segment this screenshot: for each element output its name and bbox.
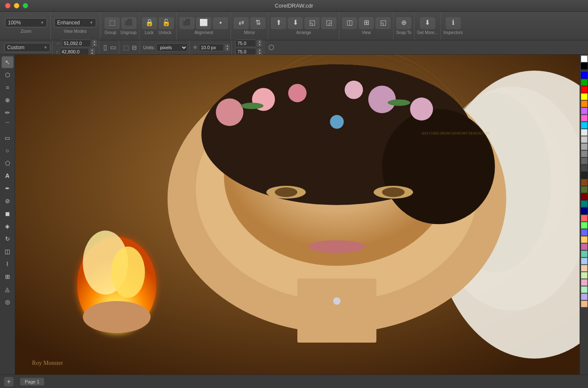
color-swatch-red[interactable] (581, 86, 588, 93)
polygon-tool-btn[interactable]: ⬠ (2, 157, 13, 169)
color-swatch-maroon[interactable] (581, 193, 588, 200)
unlock-button[interactable]: 🔓 (159, 17, 174, 29)
color-swatch-yellow[interactable] (581, 93, 588, 100)
color-swatch-teal[interactable] (581, 201, 588, 207)
color-swatch-pink[interactable] (581, 115, 588, 121)
color-swatch-peach[interactable] (581, 236, 588, 243)
color-swatch-gray1[interactable] (581, 136, 588, 143)
ungroup-button[interactable]: ⬛ (121, 17, 136, 29)
close-button[interactable] (5, 3, 10, 8)
color-swatch-purple[interactable] (581, 108, 588, 114)
page-options-btn[interactable]: ⬡ (268, 42, 275, 52)
color-swatch-cyan[interactable] (581, 122, 588, 129)
color-swatch-black[interactable] (581, 63, 588, 69)
zoom-dropdown[interactable]: 100% ▼ (5, 18, 47, 27)
transform-tool-btn[interactable]: ↻ (2, 233, 13, 245)
page-size-dropdown[interactable]: Custom ▼ (4, 43, 50, 52)
ellipse-tool-btn[interactable]: ○ (2, 145, 13, 156)
width-input[interactable] (62, 40, 91, 47)
color-swatch-rose[interactable] (581, 279, 588, 286)
view-btn-2[interactable]: ⊞ (359, 17, 374, 29)
rect-tool-btn[interactable]: ▭ (2, 132, 13, 144)
freehand-tool-btn[interactable]: ✏ (2, 107, 13, 119)
color-swatch-navy[interactable] (581, 208, 588, 214)
align-btn-1[interactable]: ⬛ (179, 17, 194, 29)
node-tool-btn[interactable]: ⬡ (2, 69, 13, 81)
color-swatch-white[interactable] (581, 55, 588, 62)
scale-y-up[interactable]: ▲ (257, 48, 262, 52)
arrange-btn-2[interactable]: ⬇ (288, 17, 303, 29)
color-swatch-apricot[interactable] (581, 301, 588, 307)
mirror-h-btn[interactable]: ⇄ (234, 17, 249, 29)
color-swatch-lightblue[interactable] (581, 229, 588, 236)
width-up-btn[interactable]: ▲ (92, 40, 97, 43)
snap-btn[interactable]: ⊕ (396, 17, 411, 29)
landscape-btn[interactable]: ▭ (109, 42, 117, 52)
mirror-v-btn[interactable]: ⇅ (250, 17, 265, 29)
bezier-tool-btn[interactable]: ⌒ (2, 119, 13, 131)
nudge-up-btn[interactable]: ▲ (225, 44, 230, 48)
scale-x-up[interactable]: ▲ (257, 40, 262, 43)
color-swatch-lime[interactable] (581, 272, 588, 279)
align-btn-3[interactable]: ▪ (213, 17, 228, 29)
view-btn-1[interactable]: ◫ (342, 17, 357, 29)
group-button[interactable]: ⬚ (105, 17, 120, 29)
scale-y-input[interactable] (235, 48, 256, 55)
get-more-button[interactable]: ⬇ (420, 17, 435, 29)
color-swatch-lavender[interactable] (581, 293, 588, 300)
shadow-tool-btn[interactable]: ◫ (2, 245, 13, 257)
color-swatch-mauve[interactable] (581, 243, 588, 250)
color-swatch-gray5[interactable] (581, 165, 588, 172)
zoom-tool-btn[interactable]: ⊕ (2, 94, 13, 106)
add-page-button[interactable]: + (4, 377, 13, 386)
arrange-btn-3[interactable]: ◱ (304, 17, 320, 29)
units-select[interactable]: pixels inches mm cm (156, 43, 188, 52)
view-modes-dropdown[interactable]: Enhanced ▼ (54, 18, 96, 27)
select-tool-btn[interactable]: ↖ (2, 56, 13, 68)
portrait-btn[interactable]: ▯ (102, 42, 108, 52)
color-swatch-lightgreen[interactable] (581, 222, 588, 229)
color-swatch-seafoam[interactable] (581, 286, 588, 293)
contour-tool-btn[interactable]: ◎ (2, 296, 13, 308)
minimize-button[interactable] (14, 3, 19, 8)
page-tab[interactable]: Page 1 (20, 378, 44, 385)
color-swatch-blue[interactable] (581, 72, 588, 79)
inspectors-button[interactable]: ℹ (446, 17, 461, 29)
interactive-tool-btn[interactable]: ◬ (2, 283, 13, 295)
text-tool-btn[interactable]: A (2, 170, 13, 182)
table-tool-btn[interactable]: ⊞ (2, 271, 13, 282)
bleed-btn-1[interactable]: ⬚ (123, 43, 130, 52)
fill-tool-btn[interactable]: ◼ (2, 208, 13, 219)
color-swatch-gray4[interactable] (581, 158, 588, 164)
connector-tool-btn[interactable]: ⌇ (2, 258, 13, 270)
crop-tool-btn[interactable]: ⌗ (2, 82, 13, 93)
maximize-button[interactable] (23, 3, 28, 8)
nudge-input[interactable] (199, 44, 224, 51)
color-swatch-mint[interactable] (581, 251, 588, 257)
color-swatch-olive[interactable] (581, 186, 588, 193)
color-swatch-gray2[interactable] (581, 143, 588, 150)
arrange-btn-1[interactable]: ⬆ (271, 17, 286, 29)
color-swatch-tan[interactable] (581, 265, 588, 272)
color-swatch-brown[interactable] (581, 179, 588, 186)
color-swatch-lightgray[interactable] (581, 129, 588, 136)
color-swatch-darkgray[interactable] (581, 172, 588, 179)
color-swatch-babyblue[interactable] (581, 258, 588, 264)
height-input[interactable] (60, 48, 89, 55)
color-swatch-orange[interactable] (581, 100, 588, 107)
scale-x-input[interactable] (235, 40, 256, 47)
color-swatch-lightred[interactable] (581, 215, 588, 222)
arrange-btn-4[interactable]: ◲ (321, 17, 336, 29)
width-down-btn[interactable]: ▼ (92, 43, 97, 47)
scale-x-down[interactable]: ▼ (257, 43, 262, 47)
pen-tool-btn[interactable]: ✒ (2, 182, 13, 194)
bleed-btn-2[interactable]: ⊟ (131, 43, 138, 52)
color-swatch-green[interactable] (581, 79, 588, 86)
height-up-btn[interactable]: ▲ (90, 48, 95, 52)
blend-tool-btn[interactable]: ◈ (2, 220, 13, 232)
eyedrop-tool-btn[interactable]: ⊘ (2, 195, 13, 207)
nudge-down-btn[interactable]: ▼ (225, 48, 230, 51)
canvas-area[interactable]: Roy Monster 2019 CORELDRAW/ANATOMY DESIG… (15, 55, 580, 375)
view-btn-3[interactable]: ◱ (375, 17, 391, 29)
color-swatch-gray3[interactable] (581, 150, 588, 157)
